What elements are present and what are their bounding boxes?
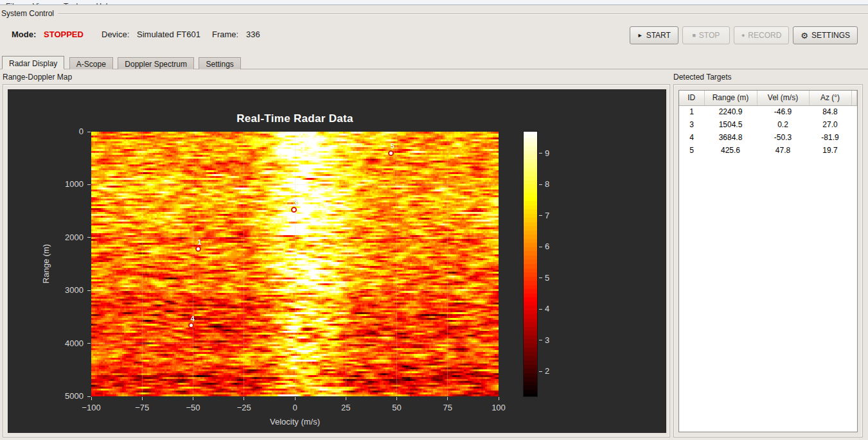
menu-help[interactable]: Help <box>91 2 118 5</box>
y-tick-label: 1000 <box>45 179 84 189</box>
plot-title: Real-Time Radar Data <box>91 112 499 125</box>
mode-value: STOPPED <box>44 30 84 39</box>
x-tick-label: −75 <box>123 403 161 412</box>
table-row[interactable]: 43684.8-50.3-81.9 <box>679 131 857 144</box>
colorbar-tick-mark <box>539 247 542 247</box>
menu-tools[interactable]: Tools <box>58 2 87 5</box>
menu-view[interactable]: View <box>27 2 55 5</box>
cell <box>851 144 857 157</box>
table-header-row: IDRange (m)Vel (m/s)Az (°) <box>679 91 857 105</box>
colorbar-tick-mark <box>539 153 542 154</box>
cell: 425.6 <box>704 144 757 157</box>
start-button[interactable]: ► START <box>630 26 678 44</box>
frame-counter: 336 <box>246 30 260 39</box>
range-doppler-map-label: Range-Doppler Map <box>3 73 72 82</box>
y-tick-mark <box>87 290 91 291</box>
column-header[interactable]: Range (m) <box>704 91 757 105</box>
column-header[interactable]: ID <box>679 91 704 105</box>
cell: 4 <box>679 131 704 144</box>
cell: 1 <box>679 105 704 118</box>
x-tick-label: 100 <box>479 403 518 412</box>
x-tick-mark <box>244 397 244 400</box>
y-tick-label: 4000 <box>45 339 84 348</box>
y-tick-mark <box>87 343 91 344</box>
table-row[interactable]: 12240.9-46.984.8 <box>679 105 857 118</box>
colorbar-tick-mark <box>539 309 542 310</box>
gridline-horizontal <box>91 237 499 238</box>
column-header[interactable]: Az (°) <box>809 91 851 105</box>
table-row[interactable]: 5425.647.819.7 <box>679 144 857 157</box>
colorbar-tick-mark <box>539 340 542 340</box>
system-control-group-label: System Control <box>1 9 54 18</box>
colorbar-tick-label: 9 <box>545 148 549 158</box>
tab-bar: Radar Display A-Scope Doppler Spectrum S… <box>0 56 868 69</box>
cell: 47.8 <box>757 144 809 157</box>
cell <box>851 105 857 118</box>
y-tick-label: 3000 <box>45 285 84 295</box>
settings-button[interactable]: ⚙ SETTINGS <box>793 26 858 44</box>
gridline-vertical <box>396 132 397 396</box>
target-marker-label: 5 <box>391 142 394 150</box>
record-icon: ● <box>741 33 745 39</box>
gridline-vertical <box>346 132 346 396</box>
cell: 2240.9 <box>704 105 757 118</box>
tab-settings[interactable]: Settings <box>199 57 240 69</box>
tab-doppler-spectrum[interactable]: Doppler Spectrum <box>118 57 194 69</box>
x-tick-mark <box>142 397 143 400</box>
target-marker-label: 3 <box>294 199 297 207</box>
range-doppler-frame: Real-Time Radar Data Range (m) Velocity … <box>3 84 670 437</box>
y-tick-mark <box>87 396 91 397</box>
cell <box>851 131 857 144</box>
menu-file[interactable]: File <box>0 2 24 5</box>
x-tick-mark <box>396 397 397 400</box>
gridline-horizontal <box>91 343 499 344</box>
cell: 0.2 <box>757 118 809 131</box>
app-window: File View Tools Help System Control Mode… <box>0 0 868 440</box>
table-row[interactable]: 31504.50.227.0 <box>679 118 857 131</box>
x-tick-label: 25 <box>326 403 365 412</box>
gear-icon: ⚙ <box>801 31 808 40</box>
colorbar-tick-label: 3 <box>545 335 549 345</box>
stop-button[interactable]: ■ STOP <box>682 26 730 44</box>
gridline-vertical <box>244 132 244 396</box>
cell: -50.3 <box>757 131 809 144</box>
y-tick-label: 2000 <box>45 233 84 242</box>
y-tick-label: 5000 <box>45 391 84 401</box>
x-tick-label: 50 <box>378 403 416 412</box>
cell: -46.9 <box>757 105 809 118</box>
record-button[interactable]: ● RECORD <box>734 26 789 44</box>
colorbar-tick-mark <box>539 371 542 372</box>
x-tick-label: 0 <box>276 403 314 412</box>
colorbar-tick-label: 6 <box>545 242 549 251</box>
x-tick-label: −25 <box>225 403 263 412</box>
cell: 1504.5 <box>704 118 757 131</box>
tab-a-scope[interactable]: A-Scope <box>69 57 113 69</box>
stop-button-label: STOP <box>699 31 720 40</box>
control-buttons: ► START ■ STOP ● RECORD ⚙ SETTINGS <box>630 26 858 44</box>
x-tick-mark <box>447 397 448 400</box>
x-tick-mark <box>91 397 92 400</box>
settings-button-label: SETTINGS <box>811 31 850 40</box>
x-tick-label: −100 <box>72 403 111 412</box>
colorbar-tick-label: 7 <box>545 211 549 220</box>
target-marker <box>195 246 201 252</box>
colorbar-tick-label: 8 <box>545 179 549 189</box>
column-header[interactable]: Vel (m/s) <box>757 91 809 105</box>
x-tick-mark <box>346 397 346 400</box>
x-tick-mark <box>295 397 296 400</box>
y-tick-mark <box>87 237 91 238</box>
y-tick-label: 0 <box>45 127 84 136</box>
targets-table-box: IDRange (m)Vel (m/s)Az (°) 12240.9-46.98… <box>678 90 858 432</box>
y-axis-label: Range (m) <box>41 200 51 328</box>
colorbar-tick-mark <box>539 184 542 185</box>
record-button-label: RECORD <box>748 31 781 40</box>
tab-radar-display[interactable]: Radar Display <box>2 56 64 69</box>
x-tick-label: −50 <box>174 403 213 412</box>
column-header[interactable] <box>851 91 857 105</box>
x-tick-mark <box>499 397 499 400</box>
gridline-horizontal <box>91 184 499 185</box>
target-marker-label: 4 <box>191 315 195 322</box>
cell: 19.7 <box>809 144 851 157</box>
start-button-label: START <box>646 31 671 40</box>
colorbar-tick-label: 2 <box>545 366 549 376</box>
